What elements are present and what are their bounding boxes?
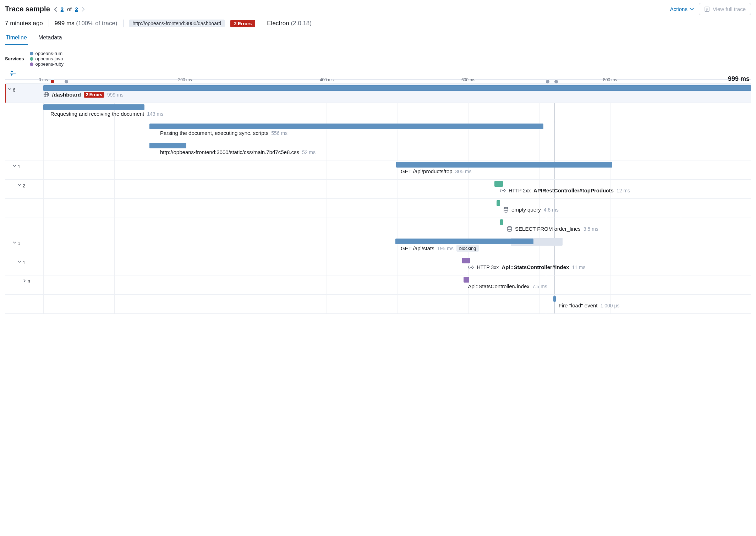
span-bar[interactable] xyxy=(462,258,470,263)
span-name: Parsing the document, executing sync. sc… xyxy=(160,130,268,136)
timeline-axis: 999 ms 0 ms200 ms400 ms600 ms800 ms xyxy=(5,70,751,80)
services-label: Services xyxy=(5,56,24,61)
span-bar[interactable] xyxy=(497,200,500,206)
span-bar[interactable] xyxy=(494,181,503,187)
span-name: SELECT FROM order_lines xyxy=(515,226,581,232)
span-duration: 305 ms xyxy=(455,169,472,174)
tab-timeline[interactable]: Timeline xyxy=(5,31,28,45)
view-full-trace-button[interactable]: View full trace xyxy=(699,3,751,15)
trace-header: Trace sample 2 of 2 Actions View full tr… xyxy=(5,3,751,15)
span-row[interactable]: SELECT FROM order_lines3.5 ms xyxy=(5,218,751,237)
trace-duration: 999 ms (100% of trace) xyxy=(55,20,117,27)
span-duration: 4.6 ms xyxy=(544,207,559,213)
span-name: empty query xyxy=(511,207,541,213)
error-marker[interactable] xyxy=(51,80,54,83)
span-bar[interactable] xyxy=(396,162,612,168)
span-row[interactable]: empty query4.6 ms xyxy=(5,199,751,218)
span-bar[interactable] xyxy=(149,143,186,148)
event-marker[interactable] xyxy=(65,80,68,83)
toggle-icon[interactable] xyxy=(18,260,21,263)
svg-point-8 xyxy=(504,207,508,209)
http-status: HTTP 2xx xyxy=(509,188,531,193)
span-duration: 1,000 µs xyxy=(601,303,620,308)
svg-point-9 xyxy=(508,226,511,228)
marker-row xyxy=(5,80,751,84)
span-row[interactable]: 3Api::StatsController#index7.5 ms xyxy=(5,275,751,295)
span-row[interactable]: 1GET /api/products/top305 ms xyxy=(5,160,751,180)
browser-info: Electron (2.0.18) xyxy=(267,20,312,27)
document-icon xyxy=(704,6,710,12)
span-duration: 556 ms xyxy=(271,130,287,136)
span-name: GET /api/products/top xyxy=(401,168,453,174)
span-bar[interactable] xyxy=(553,296,556,302)
actions-menu[interactable]: Actions xyxy=(670,6,694,12)
span-errors-badge[interactable]: 2 Errors xyxy=(84,92,104,98)
span-row[interactable]: 1GET /api/stats195 msblocking xyxy=(5,237,751,256)
span-duration: 143 ms xyxy=(147,111,163,117)
span-row[interactable]: 6/dashboard2 Errors999 ms xyxy=(5,84,751,103)
toggle-icon[interactable] xyxy=(23,279,26,283)
span-bar[interactable] xyxy=(149,124,543,129)
event-marker[interactable] xyxy=(546,80,549,83)
globe-icon xyxy=(43,92,49,98)
span-bar[interactable] xyxy=(395,239,533,244)
span-row[interactable]: Parsing the document, executing sync. sc… xyxy=(5,122,751,141)
span-bar[interactable] xyxy=(464,277,469,283)
trace-age: 7 minutes ago xyxy=(5,20,43,27)
collapse-all-icon[interactable] xyxy=(10,70,16,76)
trace-url-badge: http://opbeans-frontend:3000/dashboard xyxy=(129,20,225,27)
span-bar[interactable] xyxy=(43,104,144,110)
db-icon xyxy=(503,207,509,213)
toggle-icon[interactable] xyxy=(8,87,11,91)
span-duration: 52 ms xyxy=(302,149,316,155)
span-name: http://opbeans-frontend:3000/static/css/… xyxy=(160,149,299,155)
page-title: Trace sample xyxy=(5,5,50,13)
http-status: HTTP 3xx xyxy=(477,264,499,270)
span-row[interactable]: http://opbeans-frontend:3000/static/css/… xyxy=(5,141,751,160)
span-bar[interactable] xyxy=(43,85,751,91)
toggle-icon[interactable] xyxy=(13,241,16,244)
header-left: Trace sample 2 of 2 xyxy=(5,5,85,13)
header-actions: Actions View full trace xyxy=(670,3,751,15)
trace-meta: 7 minutes ago 999 ms (100% of trace) htt… xyxy=(5,20,751,27)
db-icon xyxy=(507,226,512,232)
toggle-icon[interactable] xyxy=(18,183,21,187)
span-duration: 12 ms xyxy=(617,188,630,193)
span-duration: 3.5 ms xyxy=(584,226,598,232)
span-duration: 195 ms xyxy=(437,246,454,251)
span-name: Requesting and receiving the document xyxy=(50,111,144,117)
span-name: GET /api/stats xyxy=(401,245,434,251)
span-duration: 999 ms xyxy=(107,92,124,98)
span-name: /dashboard xyxy=(52,92,81,98)
timeline: 999 ms 0 ms200 ms400 ms600 ms800 ms 6/da… xyxy=(5,70,751,314)
pager-next[interactable] xyxy=(82,7,85,12)
pager: 2 of 2 xyxy=(54,6,85,12)
span-name: Fire "load" event xyxy=(559,302,598,308)
service-opbeans-java[interactable]: opbeans-java xyxy=(30,56,64,61)
toggle-icon[interactable] xyxy=(13,164,16,168)
http-icon xyxy=(500,188,506,193)
span-duration: 11 ms xyxy=(572,264,585,270)
pager-current[interactable]: 2 xyxy=(61,6,64,12)
tabs: Timeline Metadata xyxy=(5,31,751,45)
span-row[interactable]: 2HTTP 2xxAPIRestController#topProducts12… xyxy=(5,180,751,199)
span-row[interactable]: 1HTTP 3xxApi::StatsController#index11 ms xyxy=(5,256,751,275)
pager-prev[interactable] xyxy=(54,7,57,12)
span-duration: 7.5 ms xyxy=(532,284,547,289)
span-name: APIRestController#topProducts xyxy=(533,187,614,193)
span-name: Api::StatsController#index xyxy=(468,283,529,289)
http-icon xyxy=(468,265,474,270)
span-row[interactable]: Requesting and receiving the document143… xyxy=(5,103,751,122)
span-bar[interactable] xyxy=(500,219,503,225)
service-opbeans-ruby[interactable]: opbeans-ruby xyxy=(30,61,64,67)
services-legend: Services opbeans-rum opbeans-java opbean… xyxy=(5,45,751,70)
span-row[interactable]: Fire "load" event1,000 µs xyxy=(5,295,751,314)
span-name: Api::StatsController#index xyxy=(502,264,569,270)
tab-metadata[interactable]: Metadata xyxy=(38,31,63,45)
span-pill: blocking xyxy=(456,245,479,252)
service-opbeans-rum[interactable]: opbeans-rum xyxy=(30,51,64,56)
pager-of: of xyxy=(67,6,72,12)
errors-badge[interactable]: 2 Errors xyxy=(230,20,255,27)
event-marker[interactable] xyxy=(554,80,558,83)
pager-total[interactable]: 2 xyxy=(75,6,78,12)
